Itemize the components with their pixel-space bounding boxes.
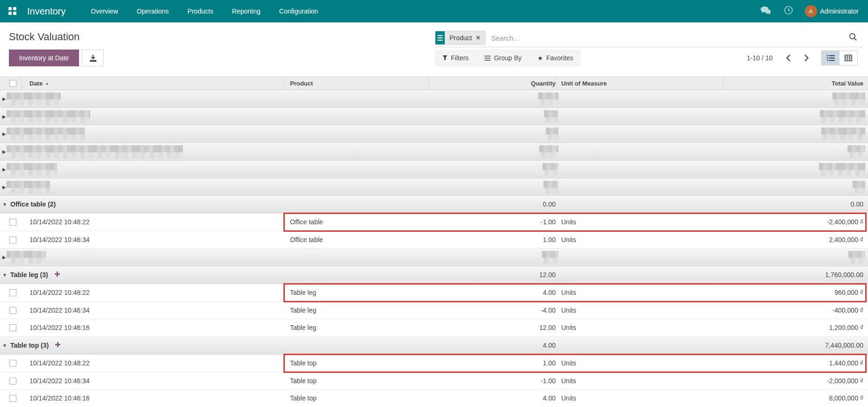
apps-grid-icon[interactable]	[8, 7, 16, 15]
collapsed-caret-icon[interactable]: ▶	[2, 143, 6, 160]
navbar-right: A Administrator	[760, 0, 859, 22]
collapsed-caret-icon[interactable]: ▶	[2, 108, 6, 125]
user-avatar[interactable]: A	[805, 5, 817, 17]
redacted-group-label	[7, 128, 85, 140]
app-title[interactable]: Inventory	[27, 0, 65, 22]
table-row[interactable]: 10/14/2022 10:48:22Office table-1.00Unit…	[0, 214, 868, 231]
collapsed-caret-icon[interactable]: ▶	[2, 90, 6, 107]
redacted-total-value	[819, 163, 865, 176]
facet-label: Product	[449, 34, 472, 42]
row-checkbox[interactable]	[9, 395, 16, 402]
select-all-checkbox[interactable]	[9, 80, 16, 87]
cell-total-value: -2,400,000 ₫	[723, 214, 863, 231]
column-header-date[interactable]: Date▲	[29, 77, 49, 90]
row-checkbox[interactable]	[9, 307, 16, 314]
group-row[interactable]: ▼Office table (2)0.000.00	[0, 196, 868, 214]
redacted-quantity	[539, 145, 558, 158]
search-bar[interactable]: Product ✕ Search...	[435, 29, 863, 47]
blurred-group-row[interactable]: ▶	[0, 143, 868, 161]
menu-item-products[interactable]: Products	[188, 7, 213, 15]
redacted-group-label	[7, 251, 46, 264]
row-checkbox[interactable]	[9, 289, 16, 296]
group-by-button[interactable]: Group By	[485, 54, 521, 62]
column-header-uom[interactable]: Unit of Measure	[561, 77, 607, 90]
blurred-group-row[interactable]: ▶	[0, 161, 868, 179]
activities-icon[interactable]	[784, 6, 793, 17]
table-body: ▶▶▶▶▶▶▼Office table (2)0.000.0010/14/202…	[0, 90, 868, 407]
table-row[interactable]: 10/14/2022 10:46:16Table top4.00Units8,0…	[0, 390, 868, 407]
cell-date: 10/14/2022 10:46:34	[29, 231, 89, 249]
group-row[interactable]: ▼Table top (3)4.007,440,000.00	[0, 337, 868, 355]
redacted-group-label	[7, 181, 50, 193]
redacted-quantity	[542, 251, 558, 264]
row-checkbox[interactable]	[9, 360, 16, 367]
table-row[interactable]: 10/14/2022 10:46:34Table leg-4.00Units-4…	[0, 302, 868, 320]
blurred-group-row[interactable]: ▶	[0, 90, 868, 108]
pager-next-icon[interactable]	[804, 54, 809, 62]
download-icon	[89, 54, 97, 62]
sort-asc-icon: ▲	[45, 82, 49, 85]
blurred-group-row[interactable]: ▶	[0, 125, 868, 143]
row-checkbox[interactable]	[9, 219, 16, 226]
group-row[interactable]: ▼Table leg (3)12.001,760,000.00	[0, 266, 868, 284]
add-record-icon[interactable]	[55, 336, 60, 354]
cell-total-value: 8,000,000 ₫	[723, 390, 863, 407]
inventory-at-date-button[interactable]: Inventory at Date	[9, 50, 79, 66]
pivot-view-button[interactable]	[839, 51, 857, 65]
menu-item-overview[interactable]: Overview	[91, 7, 118, 15]
collapsed-caret-icon[interactable]: ▶	[2, 249, 6, 266]
table-row[interactable]: 10/14/2022 10:48:22Table top1.00Units1,4…	[0, 355, 868, 372]
column-header-total-value[interactable]: Total Value	[723, 77, 863, 90]
table-row[interactable]: 10/14/2022 10:48:22Table leg4.00Units960…	[0, 284, 868, 302]
collapsed-caret-icon[interactable]: ▶	[2, 179, 6, 196]
user-name[interactable]: Administrator	[820, 7, 859, 15]
filters-button[interactable]: Filters	[442, 54, 469, 62]
cell-date: 10/14/2022 10:46:34	[29, 372, 89, 390]
list-view-button[interactable]	[822, 51, 839, 65]
row-checkbox[interactable]	[9, 378, 16, 385]
group-by-icon	[485, 56, 491, 61]
table-row[interactable]: 10/14/2022 10:46:16Table leg12.00Units1,…	[0, 319, 868, 337]
column-header-product[interactable]: Product	[290, 77, 313, 90]
top-navbar: Inventory OverviewOperationsProductsRepo…	[0, 0, 868, 22]
cell-quantity: 4.00	[428, 390, 556, 407]
redacted-total-value	[821, 128, 865, 140]
expanded-caret-icon[interactable]: ▼	[2, 266, 7, 284]
redacted-group-label	[7, 110, 90, 123]
expanded-caret-icon[interactable]: ▼	[2, 337, 7, 354]
cell-quantity: 1.00	[428, 355, 556, 372]
search-input[interactable]: Search...	[491, 34, 849, 42]
cell-quantity: -4.00	[428, 302, 556, 319]
cell-uom: Units	[561, 372, 576, 390]
blurred-group-row[interactable]: ▶	[0, 179, 868, 196]
table-header: Date▲ Product Quantity Unit of Measure T…	[0, 77, 868, 90]
remove-facet-icon[interactable]: ✕	[476, 35, 480, 41]
export-button[interactable]	[82, 50, 104, 66]
pager-previous-icon[interactable]	[786, 54, 791, 62]
redacted-total-value	[832, 93, 865, 105]
add-record-icon[interactable]	[55, 266, 60, 283]
menu-item-operations[interactable]: Operations	[137, 7, 168, 15]
table-row[interactable]: 10/14/2022 10:46:34Office table1.00Units…	[0, 231, 868, 249]
favorites-button[interactable]: ★ Favorites	[537, 54, 573, 62]
redacted-quantity	[546, 128, 558, 140]
messages-icon[interactable]	[760, 6, 772, 17]
cell-quantity: 12.00	[428, 319, 556, 336]
collapsed-caret-icon[interactable]: ▶	[2, 125, 6, 143]
group-total-value: 0.00	[723, 196, 863, 213]
collapsed-caret-icon[interactable]: ▶	[2, 161, 6, 178]
row-checkbox[interactable]	[9, 324, 16, 331]
cell-date: 10/14/2022 10:46:16	[29, 390, 89, 407]
menu-item-configuration[interactable]: Configuration	[279, 7, 318, 15]
search-icon[interactable]	[849, 33, 857, 43]
column-header-quantity[interactable]: Quantity	[428, 77, 556, 90]
main-menu: OverviewOperationsProductsReportingConfi…	[91, 0, 318, 22]
menu-item-reporting[interactable]: Reporting	[232, 7, 260, 15]
table-row[interactable]: 10/14/2022 10:46:34Table top-1.00Units-2…	[0, 372, 868, 390]
cell-uom: Units	[561, 302, 576, 319]
row-checkbox[interactable]	[9, 236, 16, 243]
pager-range: 1-10 / 10	[747, 54, 773, 62]
expanded-caret-icon[interactable]: ▼	[2, 196, 7, 213]
blurred-group-row[interactable]: ▶	[0, 108, 868, 126]
blurred-group-row[interactable]: ▶	[0, 249, 868, 266]
